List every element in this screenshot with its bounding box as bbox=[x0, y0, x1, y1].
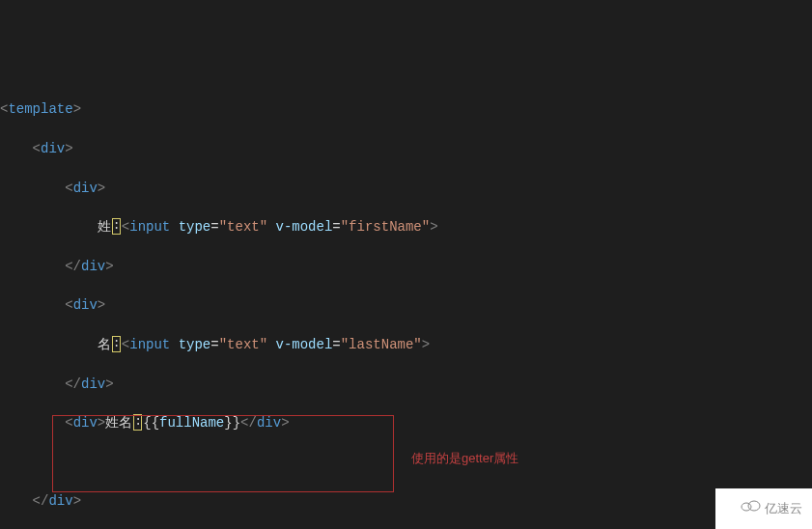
code-line: <div> bbox=[0, 295, 812, 315]
code-line: 名:<input type="text" v-model="lastName"> bbox=[0, 335, 812, 354]
svg-point-1 bbox=[748, 501, 760, 511]
cloud-icon bbox=[725, 481, 760, 529]
watermark: 亿速云 bbox=[715, 488, 812, 529]
cursor-box: : bbox=[112, 336, 121, 352]
code-line: </div> bbox=[0, 491, 812, 511]
cursor-box: : bbox=[112, 218, 121, 235]
code-line: 姓:<input type="text" v-model="firstName"… bbox=[0, 217, 812, 237]
watermark-text: 亿速云 bbox=[765, 500, 802, 518]
code-line bbox=[0, 453, 812, 472]
code-line: </div> bbox=[0, 257, 812, 276]
code-line: <div> bbox=[0, 179, 812, 198]
code-line: </div> bbox=[0, 375, 812, 394]
annotation-text: 使用的是getter属性 bbox=[411, 450, 518, 468]
code-line: <template> bbox=[0, 99, 812, 119]
cursor-box: : bbox=[133, 414, 142, 431]
code-line: <div>姓名:{{fullName}}</div> bbox=[0, 413, 812, 432]
code-editor[interactable]: <template> <div> <div> 姓:<input type="te… bbox=[0, 78, 812, 529]
code-line: <div> bbox=[0, 139, 812, 158]
